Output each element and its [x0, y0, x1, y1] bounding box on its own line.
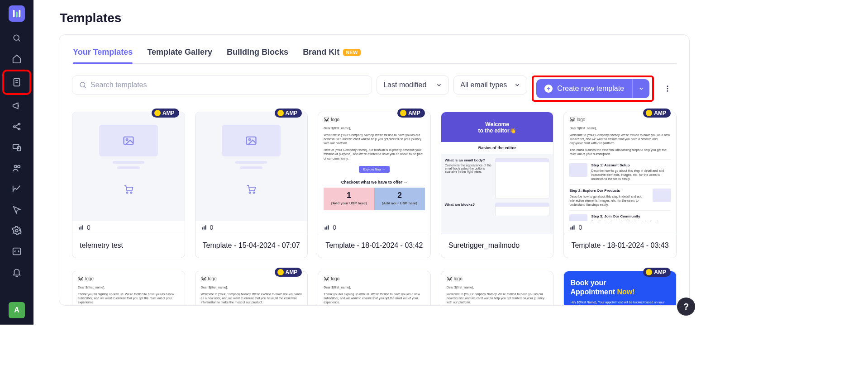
- usage-stat: 0: [72, 221, 185, 234]
- tab-label: Brand Kit: [303, 47, 339, 57]
- tab-brand-kit[interactable]: Brand KitNEW: [303, 47, 361, 63]
- tab-your-templates[interactable]: Your Templates: [73, 47, 133, 63]
- sidebar-share[interactable]: [5, 118, 29, 136]
- svg-rect-36: [203, 227, 204, 230]
- create-template-button[interactable]: + Create new template: [536, 79, 632, 98]
- usage-stat: 0: [318, 221, 430, 234]
- templates-grid-row1: ⚡AMP 0 telemetry test ⚡AMP: [72, 112, 677, 258]
- avatar-initial: A: [14, 306, 19, 314]
- svg-point-15: [14, 165, 17, 168]
- svg-point-25: [126, 139, 128, 141]
- template-card[interactable]: 🐼 logo Dear ${first_name}, Thank you for…: [318, 271, 431, 306]
- search-icon: [79, 81, 87, 89]
- svg-line-4: [18, 39, 20, 41]
- svg-point-27: [130, 192, 132, 194]
- svg-point-16: [18, 165, 20, 168]
- template-card[interactable]: ⚡AMP 🐼 logo Dear ${first_name}, Welcome …: [563, 112, 677, 258]
- user-avatar[interactable]: A: [9, 302, 25, 318]
- help-button[interactable]: ?: [677, 298, 695, 316]
- amp-badge: ⚡AMP: [643, 109, 671, 118]
- image-placeholder-icon: [222, 125, 281, 156]
- template-card[interactable]: ⚡AMP Book yourAppointment Now! Hey ${Fir…: [563, 271, 677, 306]
- svg-rect-37: [205, 225, 206, 229]
- sidebar-search[interactable]: [5, 29, 29, 47]
- amp-badge: ⚡AMP: [643, 268, 671, 277]
- search-input[interactable]: [91, 81, 365, 89]
- svg-point-22: [667, 88, 668, 90]
- amp-badge: ⚡AMP: [275, 109, 302, 118]
- svg-point-3: [14, 35, 19, 40]
- sidebar-notifications[interactable]: [5, 263, 29, 281]
- card-title: Template - 18-01-2024 - 03:43: [564, 234, 676, 258]
- card-title: telemetry test: [72, 234, 185, 258]
- placeholder-preview: [196, 112, 308, 234]
- tab-label: Building Blocks: [227, 47, 288, 57]
- card-preview: 🐼 logo Dear ${first_name}, Welcome to [Y…: [318, 112, 430, 234]
- svg-rect-30: [82, 225, 83, 229]
- template-card[interactable]: Welcome to the editor👋 Basics of the edi…: [441, 112, 554, 258]
- svg-rect-2: [19, 10, 21, 18]
- sidebar-templates[interactable]: [2, 70, 31, 95]
- bolt-icon: ⚡: [277, 110, 284, 116]
- svg-point-33: [249, 192, 251, 194]
- svg-point-21: [667, 85, 668, 87]
- sidebar-automation[interactable]: [5, 201, 29, 219]
- card-title: Suretrigger_mailmodo: [441, 234, 553, 258]
- template-card[interactable]: 🐼 logo Dear ${first_name}, Thank you for…: [72, 271, 185, 306]
- sidebar-devices[interactable]: [5, 138, 29, 156]
- template-card[interactable]: 🐼 logo Dear ${first_name}, Welcome to [Y…: [441, 271, 554, 306]
- sidebar: A: [0, 0, 33, 325]
- sidebar-contacts[interactable]: [5, 159, 29, 177]
- email-preview: 🐼 logo Dear ${first_name}, Welcome to [Y…: [441, 271, 553, 306]
- svg-point-10: [19, 128, 20, 130]
- page-title: Templates: [60, 11, 690, 25]
- bar-icon: [201, 224, 207, 231]
- create-template-group: + Create new template: [532, 76, 654, 102]
- sidebar-code[interactable]: [5, 242, 29, 260]
- amp-badge: ⚡AMP: [152, 109, 179, 118]
- email-preview: 🐼 logo Dear ${first_name}, Thank you for…: [72, 271, 185, 306]
- create-template-dropdown[interactable]: [632, 79, 649, 98]
- app-logo[interactable]: [9, 5, 25, 22]
- megaphone-icon: [12, 101, 22, 111]
- gear-icon: [12, 226, 22, 236]
- tab-building-blocks[interactable]: Building Blocks: [227, 47, 288, 63]
- main-content: Templates Your Templates Template Galler…: [33, 0, 704, 325]
- svg-point-34: [253, 192, 255, 194]
- bolt-icon: ⚡: [646, 110, 652, 116]
- bolt-icon: ⚡: [646, 269, 652, 275]
- usage-stat: 0: [196, 221, 308, 234]
- sidebar-analytics[interactable]: [5, 180, 29, 198]
- svg-rect-24: [124, 137, 133, 144]
- svg-rect-43: [574, 225, 575, 229]
- devices-icon: [12, 142, 22, 152]
- amp-badge: ⚡AMP: [275, 268, 302, 277]
- template-card[interactable]: ⚡AMP 0 Template - 15-04-2024 - 07:07: [195, 112, 308, 258]
- question-icon: ?: [683, 302, 689, 312]
- usage-stat: 0: [564, 221, 676, 234]
- sort-dropdown[interactable]: Last modified: [377, 76, 449, 94]
- tab-gallery[interactable]: Template Gallery: [147, 47, 212, 63]
- code-icon: [12, 246, 22, 256]
- more-options-button[interactable]: [658, 76, 677, 102]
- template-card[interactable]: ⚡AMP 0 telemetry test: [72, 112, 185, 258]
- svg-rect-41: [571, 227, 572, 230]
- sidebar-campaigns[interactable]: [5, 97, 29, 115]
- card-preview: 🐼 logo Dear ${first_name}, Welcome to [Y…: [441, 271, 553, 306]
- bolt-icon: ⚡: [277, 269, 284, 275]
- sidebar-settings[interactable]: [5, 222, 29, 240]
- svg-rect-42: [572, 227, 573, 230]
- template-card[interactable]: ⚡AMP 🐼 logo Dear ${first_name}, Welcome …: [195, 271, 308, 306]
- tab-label: Your Templates: [73, 47, 133, 57]
- logo-icon: [12, 9, 22, 19]
- filter-dropdown[interactable]: All email types: [453, 76, 527, 94]
- chevron-down-icon: [514, 82, 520, 88]
- svg-point-26: [126, 192, 128, 194]
- bar-icon: [78, 224, 84, 231]
- sidebar-home[interactable]: [5, 50, 29, 68]
- users-icon: [12, 163, 22, 173]
- search-box[interactable]: [72, 76, 372, 94]
- svg-line-20: [84, 86, 86, 88]
- template-card[interactable]: ⚡AMP 🐼 logo Dear ${first_name}, Welcome …: [318, 112, 431, 258]
- svg-rect-28: [79, 227, 80, 230]
